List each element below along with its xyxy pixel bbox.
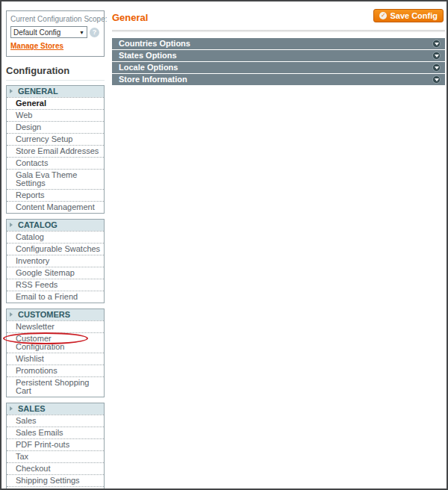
sidebar-item-design[interactable]: Design (7, 121, 104, 133)
collapse-toggle-icon[interactable] (432, 52, 441, 60)
save-config-button[interactable]: ✓ Save Config (373, 9, 444, 22)
configuration-sidebar: Current Configuration Scope: Default Con… (6, 10, 105, 490)
nav-group-label: SALES (18, 404, 46, 413)
sidebar-item-google-sitemap[interactable]: Google Sitemap (7, 267, 104, 279)
sidebar-item-pdf-print-outs[interactable]: PDF Print-outs (7, 438, 104, 450)
magento-admin-configuration-page: Current Configuration Scope: Default Con… (0, 0, 448, 490)
settings-accordion: Countries OptionsStates OptionsLocale Op… (112, 38, 445, 85)
triangle-right-icon (10, 312, 13, 317)
sidebar-item-general[interactable]: General (7, 97, 104, 109)
page-title: General (112, 12, 148, 23)
sidebar-item-currency-setup[interactable]: Currency Setup (7, 133, 104, 145)
sidebar-item-contacts[interactable]: Contacts (7, 157, 104, 169)
sidebar-item-wishlist[interactable]: Wishlist (7, 353, 104, 365)
collapse-toggle-icon[interactable] (432, 40, 441, 48)
nav-group-header-customers: CUSTOMERS (7, 309, 104, 320)
collapse-toggle-icon[interactable] (432, 75, 441, 84)
sidebar-item-gala-eva-theme-settings[interactable]: Gala Eva Theme Settings (7, 169, 104, 189)
sidebar-item-tax[interactable]: Tax (7, 450, 104, 462)
sidebar-item-configurable-swatches[interactable]: Configurable Swatches (7, 243, 104, 255)
triangle-right-icon (10, 406, 13, 411)
config-nav: GENERALGeneralWebDesignCurrency SetupSto… (6, 85, 105, 490)
sidebar-item-shipping-methods[interactable]: Shipping Methods (7, 486, 104, 490)
triangle-right-icon (10, 89, 13, 93)
sidebar-item-rss-feeds[interactable]: RSS Feeds (7, 279, 104, 291)
nav-group-label: CUSTOMERS (18, 310, 70, 319)
nav-group-label: GENERAL (18, 87, 58, 96)
nav-group-label: CATALOG (18, 220, 57, 229)
section-label: Store Information (119, 75, 187, 84)
section-header-store-information[interactable]: Store Information (112, 74, 445, 85)
triangle-right-icon (10, 223, 13, 227)
chevron-down-icon: ▼ (79, 30, 84, 35)
sidebar-item-email-to-a-friend[interactable]: Email to a Friend (7, 291, 104, 303)
section-header-states-options[interactable]: States Options (112, 50, 445, 61)
sidebar-item-catalog[interactable]: Catalog (7, 231, 104, 243)
sidebar-item-content-management[interactable]: Content Management (7, 201, 104, 213)
manage-stores-link[interactable]: Manage Stores (10, 42, 63, 50)
section-label: States Options (119, 51, 177, 60)
sidebar-item-checkout[interactable]: Checkout (7, 462, 104, 474)
scope-label: Current Configuration Scope: (10, 15, 100, 23)
sidebar-item-reports[interactable]: Reports (7, 189, 104, 201)
nav-group-customers: CUSTOMERSNewsletterCustomer Configuratio… (6, 308, 105, 397)
sidebar-item-inventory[interactable]: Inventory (7, 255, 104, 267)
nav-group-catalog: CATALOGCatalogConfigurable SwatchesInven… (6, 219, 105, 303)
sidebar-item-sales-emails[interactable]: Sales Emails (7, 427, 104, 438)
sidebar-item-customer-configuration[interactable]: Customer Configuration (7, 332, 104, 353)
annotation-ellipse (3, 332, 88, 344)
sidebar-item-sales[interactable]: Sales (7, 415, 104, 427)
section-header-locale-options[interactable]: Locale Options (112, 62, 445, 73)
section-header-countries-options[interactable]: Countries Options (112, 38, 445, 49)
sidebar-item-store-email-addresses[interactable]: Store Email Addresses (7, 145, 104, 157)
nav-group-header-sales: SALES (7, 403, 104, 415)
collapse-toggle-icon[interactable] (432, 63, 441, 72)
main-content: General ✓ Save Config Countries OptionsS… (112, 10, 445, 86)
sidebar-item-promotions[interactable]: Promotions (7, 365, 104, 376)
nav-group-header-catalog: CATALOG (7, 220, 104, 231)
sidebar-item-shipping-settings[interactable]: Shipping Settings (7, 474, 104, 486)
help-icon[interactable]: ? (90, 28, 99, 37)
section-label: Countries Options (119, 39, 190, 48)
save-button-label: Save Config (390, 11, 438, 20)
configuration-scope-panel: Current Configuration Scope: Default Con… (6, 10, 105, 57)
scope-select-value: Default Config (13, 28, 60, 37)
nav-group-header-general: GENERAL (7, 86, 104, 97)
save-check-icon: ✓ (379, 12, 387, 19)
nav-group-general: GENERALGeneralWebDesignCurrency SetupSto… (6, 85, 105, 214)
sidebar-item-web[interactable]: Web (7, 109, 104, 121)
nav-group-sales: SALESSalesSales EmailsPDF Print-outsTaxC… (6, 403, 105, 490)
sidebar-item-persistent-shopping-cart[interactable]: Persistent Shopping Cart (7, 376, 104, 397)
scope-select[interactable]: Default Config ▼ (10, 26, 87, 38)
title-divider (112, 30, 445, 32)
sidebar-item-newsletter[interactable]: Newsletter (7, 320, 104, 332)
sidebar-title: Configuration (6, 65, 105, 81)
section-label: Locale Options (119, 63, 178, 72)
